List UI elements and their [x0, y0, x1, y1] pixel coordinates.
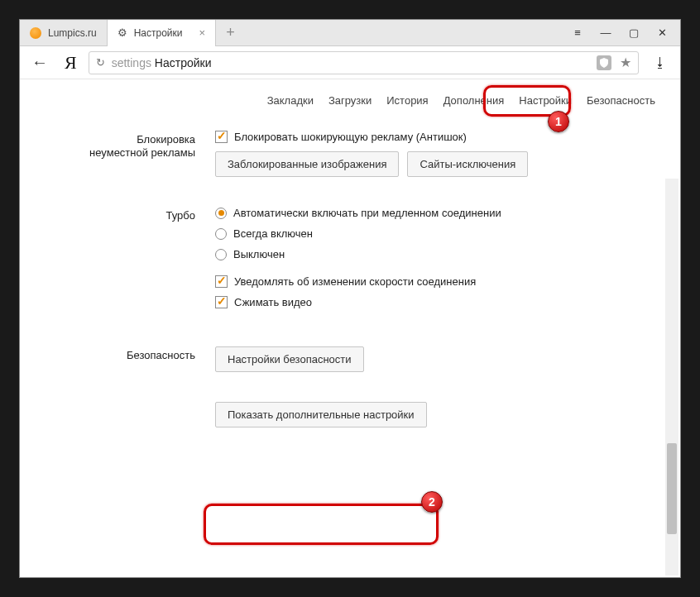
yandex-logo[interactable]: Я: [61, 52, 80, 74]
tab-settings[interactable]: ⚙ Настройки ×: [108, 20, 216, 46]
new-tab-button[interactable]: +: [216, 24, 245, 41]
nav-downloads[interactable]: Загрузки: [328, 94, 372, 107]
marker-1: 1: [548, 111, 569, 132]
nav-bookmarks[interactable]: Закладки: [267, 94, 314, 107]
settings-nav: Закладки Загрузки История Дополнения Нас…: [267, 94, 655, 107]
notify-speed-label: Уведомлять об изменении скорости соедине…: [234, 275, 476, 288]
menu-icon[interactable]: ≡: [571, 26, 584, 40]
checkbox-notify-speed[interactable]: [215, 275, 228, 288]
address-field[interactable]: ↻ settings Настройки ★: [89, 51, 639, 74]
nav-history[interactable]: История: [386, 94, 428, 107]
section-turbo: Турбо Автоматически включать при медленн…: [20, 207, 660, 317]
address-bar: ← Я ↻ settings Настройки ★ ⭳: [20, 46, 680, 79]
gear-icon: ⚙: [117, 26, 127, 39]
tab-bar: Lumpics.ru ⚙ Настройки × + ≡ — ▢ ✕: [20, 20, 680, 46]
nav-security[interactable]: Безопасность: [587, 94, 655, 107]
minimize-button[interactable]: —: [599, 26, 612, 40]
checkbox-compress-video[interactable]: [215, 296, 228, 308]
block-shocking-row[interactable]: Блокировать шокирующую рекламу (Антишок): [215, 131, 660, 143]
section-security: Безопасность Настройки безопасности: [20, 346, 660, 372]
bookmark-star-icon[interactable]: ★: [620, 55, 631, 70]
nav-settings[interactable]: Настройки: [519, 94, 572, 107]
browser-window: Lumpics.ru ⚙ Настройки × + ≡ — ▢ ✕ ← Я ↻…: [19, 19, 681, 578]
nav-addons[interactable]: Дополнения: [443, 94, 505, 107]
address-text: settings Настройки: [112, 56, 212, 69]
reload-icon[interactable]: ↻: [96, 56, 105, 69]
section-adblock: Блокировка неуместной рекламы Блокироват…: [20, 131, 660, 177]
block-shocking-label: Блокировать шокирующую рекламу (Антишок): [234, 131, 467, 143]
tab-lumpics[interactable]: Lumpics.ru: [20, 20, 108, 46]
radio-turbo-off[interactable]: [215, 249, 227, 260]
section-advanced: Показать дополнительные настройки: [20, 402, 660, 427]
maximize-button[interactable]: ▢: [627, 26, 640, 40]
turbo-auto-row[interactable]: Автоматически включать при медленном сое…: [215, 207, 660, 219]
content-area: Закладки Загрузки История Дополнения Нас…: [20, 79, 680, 577]
notify-speed-row[interactable]: Уведомлять об изменении скорости соедине…: [215, 275, 660, 288]
section-label-turbo: Турбо: [20, 207, 215, 317]
section-label-security: Безопасность: [20, 346, 215, 372]
section-label-adblock: Блокировка неуместной рекламы: [20, 131, 215, 177]
marker-2: 2: [421, 491, 443, 513]
downloads-icon[interactable]: ⭳: [647, 55, 674, 70]
close-window-button[interactable]: ✕: [655, 26, 669, 40]
blocked-images-button[interactable]: Заблокированные изображения: [215, 151, 399, 177]
security-settings-button[interactable]: Настройки безопасности: [215, 346, 364, 372]
turbo-off-label: Выключен: [233, 248, 285, 260]
address-right: ★: [597, 55, 631, 70]
scrollbar[interactable]: [665, 179, 678, 576]
site-exceptions-button[interactable]: Сайты-исключения: [407, 151, 528, 177]
window-controls: ≡ — ▢ ✕: [559, 26, 680, 40]
tab-title: Настройки: [134, 27, 183, 39]
checkbox-block-shocking[interactable]: [215, 131, 228, 143]
tab-title: Lumpics.ru: [48, 27, 97, 39]
show-advanced-button[interactable]: Показать дополнительные настройки: [215, 402, 427, 427]
turbo-always-row[interactable]: Всегда включен: [215, 227, 660, 240]
close-tab-icon[interactable]: ×: [199, 26, 206, 39]
radio-turbo-always[interactable]: [215, 228, 227, 240]
scroll-thumb[interactable]: [667, 443, 677, 534]
favicon-lumpics: [30, 27, 41, 39]
protect-icon[interactable]: [597, 55, 611, 70]
settings-body: Блокировка неуместной рекламы Блокироват…: [20, 131, 660, 577]
back-button[interactable]: ←: [26, 53, 53, 72]
turbo-off-row[interactable]: Выключен: [215, 248, 660, 260]
compress-video-label: Сжимать видео: [234, 296, 312, 308]
turbo-always-label: Всегда включен: [233, 227, 313, 240]
turbo-auto-label: Автоматически включать при медленном сое…: [233, 207, 501, 219]
radio-turbo-auto[interactable]: [215, 208, 227, 219]
compress-video-row[interactable]: Сжимать видео: [215, 296, 660, 308]
